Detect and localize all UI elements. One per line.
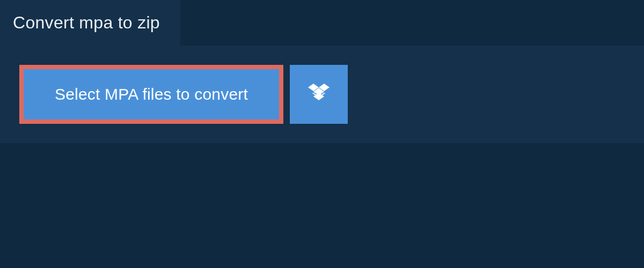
dropbox-icon bbox=[308, 84, 330, 105]
dropbox-button[interactable] bbox=[290, 65, 348, 124]
page-title-tab: Convert mpa to zip bbox=[0, 0, 180, 46]
button-row: Select MPA files to convert bbox=[19, 65, 625, 124]
converter-panel: Select MPA files to convert bbox=[0, 46, 644, 143]
page-title: Convert mpa to zip bbox=[13, 13, 160, 32]
select-files-button[interactable]: Select MPA files to convert bbox=[19, 65, 283, 124]
select-files-label: Select MPA files to convert bbox=[55, 85, 248, 103]
